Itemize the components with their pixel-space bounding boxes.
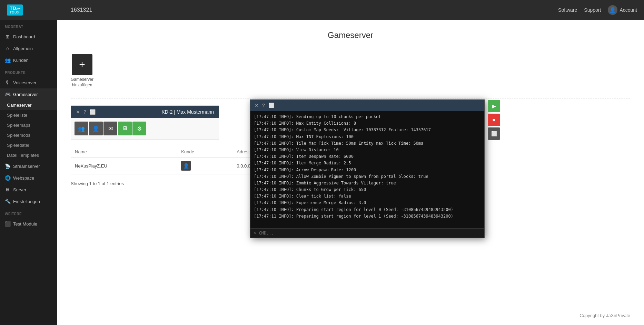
logo: TDAY TDUX: [7, 4, 64, 16]
action-settings-btn[interactable]: ⚙: [132, 122, 146, 135]
nav-support[interactable]: Support: [584, 7, 601, 13]
voiceserver-icon: 🎙: [5, 80, 10, 85]
console-close-icon[interactable]: ✕: [255, 103, 259, 108]
sidebar-item-test-module[interactable]: ⬛ Test Module: [0, 218, 57, 230]
log-line: [17:47:10 INFO]: Chunks to Grow per Tick…: [254, 187, 481, 193]
log-line: [17:47:10 INFO]: View Distance: 10: [254, 147, 481, 153]
server-kunde: 👤: [177, 157, 232, 174]
add-server-button[interactable]: +: [72, 54, 92, 75]
add-server-label: Gameserver hinzufügen: [71, 77, 93, 88]
test-module-icon: ⬛: [5, 221, 10, 227]
sidebar-label-einstellungen: Einstellungen: [13, 199, 40, 204]
sidebar-label-voiceserver: Voiceserver: [13, 80, 37, 85]
sidebar-item-streamserver[interactable]: 📡 Streamserver: [0, 160, 57, 172]
content-area: Gameserver + Gameserver hinzufügen ✕ ? ⬜…: [57, 20, 644, 325]
log-line: [17:47:10 INFO]: Experience Merge Radius…: [254, 200, 481, 206]
table-entries-info: Showing 1 to 1 of 1 entries: [71, 181, 124, 186]
server-card-title: KD-2 | Max Mustermann: [162, 109, 214, 115]
navbar: TDAY TDUX 1631321 Software Support 👤 Acc…: [0, 0, 644, 20]
sidebar-sub-label-datei-templates: Datei Templates: [7, 153, 39, 158]
nav-software[interactable]: Software: [558, 7, 577, 13]
sidebar-sub-label-spieleliste: Spieleliste: [7, 113, 27, 118]
main-layout: MODERAT ⊞ Dashboard ⌂ Allgemein 👥 Kunden…: [0, 20, 644, 325]
console-help-icon[interactable]: ?: [262, 103, 265, 108]
close-icon[interactable]: ✕: [76, 109, 80, 115]
dashboard-icon: ⊞: [5, 34, 10, 39]
sidebar-label-webspace: Webspace: [13, 175, 34, 181]
sidebar-item-gameserver[interactable]: 🎮 Gameserver: [0, 88, 57, 100]
logo-text: TDAY: [10, 6, 20, 11]
console-stop-btn[interactable]: ■: [488, 114, 500, 126]
sidebar-label-kunden: Kunden: [13, 58, 29, 63]
log-line: [17:47:10 INFO]: Max TNT Explosions: 100: [254, 134, 481, 140]
sidebar-sub-spielemods[interactable]: Spielemods: [0, 130, 57, 140]
sidebar-sub-label-gameserver: Gameserver: [7, 103, 32, 108]
console-start-btn[interactable]: ▶: [488, 100, 500, 112]
account-btn[interactable]: 👤 Account: [608, 5, 637, 15]
sidebar: MODERAT ⊞ Dashboard ⌂ Allgemein 👥 Kunden…: [0, 20, 57, 325]
server-name: NeXusPlayZ.EU: [71, 157, 177, 174]
page-title: Gameserver: [71, 30, 630, 40]
log-line: [17:47:10 INFO]: Max Entity Collisions: …: [254, 120, 481, 127]
server-card-header: ✕ ? ⬜ KD-2 | Max Mustermann: [71, 106, 219, 118]
account-avatar: 👤: [608, 5, 617, 15]
console-body[interactable]: [17:47:10 INFO]: Sending up to 10 chunks…: [250, 111, 484, 228]
sidebar-sub-label-spieledatei: Spieledatei: [7, 143, 29, 148]
log-line: [17:47:10 INFO]: Clear tick list: false: [254, 193, 481, 200]
sidebar-label-test-module: Test Module: [13, 221, 37, 227]
sidebar-label-gameserver: Gameserver: [13, 92, 38, 97]
sidebar-item-webspace[interactable]: 🌐 Webspace: [0, 172, 57, 184]
log-line: [17:47:10 INFO]: Preparing start region …: [254, 207, 481, 213]
customer-icon[interactable]: 👤: [181, 161, 191, 171]
sidebar-item-server[interactable]: 🖥 Server: [0, 184, 57, 195]
sidebar-sub-label-spielemods: Spielemods: [7, 133, 30, 138]
col-kunde: Kunde: [177, 146, 232, 157]
logo-subtext: TDUX: [10, 11, 20, 14]
divider-top: [71, 47, 630, 47]
server-icon: 🖥: [5, 187, 10, 192]
action-users-btn[interactable]: 👥: [75, 122, 88, 135]
log-line: [17:47:10 INFO]: Item Merge Radius: 2.5: [254, 160, 481, 166]
sidebar-item-einstellungen[interactable]: 🔧 Einstellungen: [0, 195, 57, 207]
sidebar-label-allgemein: Allgemein: [13, 46, 33, 51]
console-input-row: [250, 228, 484, 238]
section-produkte: PRODUKTE: [0, 66, 57, 77]
sidebar-item-dashboard[interactable]: ⊞ Dashboard: [0, 31, 57, 42]
console-overlay: ✕ ? ⬜ [17:47:10 INFO]: Sending up to 10 …: [250, 99, 485, 238]
help-icon[interactable]: ?: [83, 109, 86, 115]
add-server-box: + Gameserver hinzufügen: [71, 54, 93, 88]
log-line: [17:47:10 INFO]: Custom Map Seeds: Villa…: [254, 127, 481, 133]
allgemein-icon: ⌂: [5, 46, 10, 51]
sidebar-sub-datei-templates[interactable]: Datei Templates: [0, 150, 57, 160]
account-label: Account: [620, 7, 637, 13]
console-expand-icon[interactable]: ⬜: [268, 103, 274, 108]
action-console-btn[interactable]: 🖥: [118, 122, 132, 135]
sidebar-sub-gameserver[interactable]: Gameserver: [0, 100, 57, 110]
page-id: 1631321: [71, 7, 92, 13]
kunden-icon: 👥: [5, 57, 10, 63]
server-card-actions: 👥 👤 ✉ 🖥 ⚙: [71, 118, 219, 139]
sidebar-item-kunden[interactable]: 👥 Kunden: [0, 54, 57, 66]
einstellungen-icon: 🔧: [5, 199, 10, 204]
sidebar-item-voiceserver[interactable]: 🎙 Voiceserver: [0, 77, 57, 88]
action-mail-btn[interactable]: ✉: [103, 122, 117, 135]
expand-icon[interactable]: ⬜: [90, 109, 96, 115]
log-line: [17:47:10 INFO]: Tile Max Tick Time: 50m…: [254, 140, 481, 147]
action-user-btn[interactable]: 👤: [89, 122, 103, 135]
log-line: [17:47:10 INFO]: Item Despawn Rate: 6000: [254, 153, 481, 160]
log-line: [17:47:10 INFO]: Zombie Aggressive Towar…: [254, 180, 481, 187]
webspace-icon: 🌐: [5, 175, 10, 181]
console-input[interactable]: [254, 231, 481, 236]
sidebar-sub-spieleliste[interactable]: Spieleliste: [0, 110, 57, 120]
navbar-right: Software Support 👤 Account: [558, 5, 637, 15]
gameserver-icon: 🎮: [5, 92, 10, 97]
sidebar-label-server: Server: [13, 187, 26, 192]
section-weitere: WEITERE: [0, 207, 57, 218]
sidebar-item-allgemein[interactable]: ⌂ Allgemein: [0, 42, 57, 54]
sidebar-sub-spieledatei[interactable]: Spieledatei: [0, 140, 57, 150]
console-action-btns: ▶ ■ ⬜: [488, 100, 500, 140]
console-terminal-btn[interactable]: ⬜: [488, 127, 500, 140]
sidebar-sub-spielemaps[interactable]: Spielemaps: [0, 120, 57, 130]
sidebar-sub-label-spielemaps: Spielemaps: [7, 123, 30, 128]
log-line: [17:47:11 INFO]: Preparing start region …: [254, 213, 481, 220]
